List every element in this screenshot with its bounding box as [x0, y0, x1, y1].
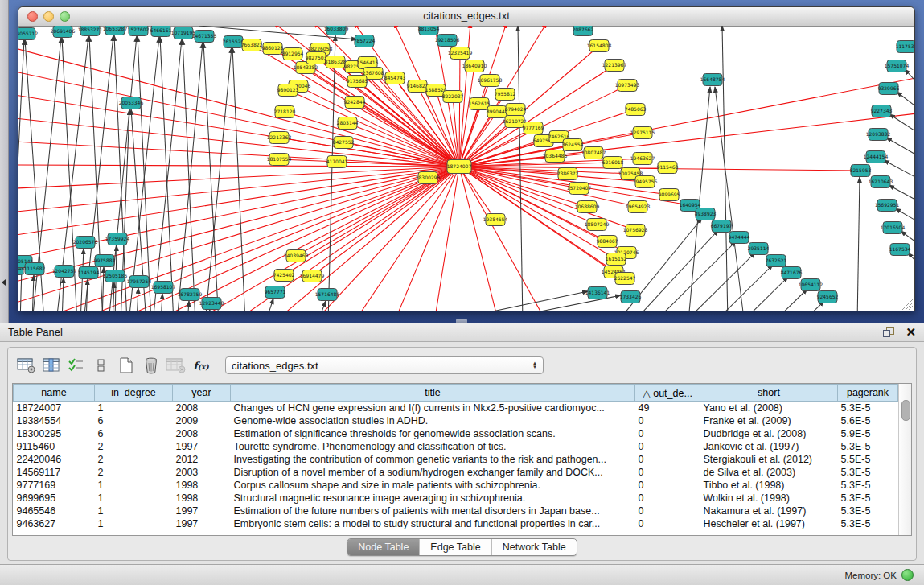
cell-year: 1998: [173, 479, 231, 492]
cell-out_degree: 0: [635, 440, 700, 453]
table-row[interactable]: 1872400712008Changes of HCN gene express…: [14, 402, 898, 415]
row-selection-icon[interactable]: [66, 355, 87, 376]
delete-column-icon: [166, 355, 187, 376]
network-window: citations_edges.txt: [18, 6, 915, 311]
window-minimize-button[interactable]: [43, 11, 54, 22]
table-scrollbar-thumb[interactable]: [901, 400, 910, 421]
cell-out_degree: 0: [635, 414, 700, 427]
cell-short: Tibbo et al. (1998): [700, 479, 838, 492]
cell-year: 1997: [173, 440, 231, 453]
cell-short: Stergiakouli et al. (2012): [700, 453, 838, 466]
control-panel-edge: [0, 0, 9, 323]
tab-node-table[interactable]: Node Table: [347, 539, 420, 555]
column-visibility-icon[interactable]: [41, 355, 62, 376]
cell-title: Disruption of a novel member of a sodium…: [231, 466, 635, 479]
memory-ok-indicator[interactable]: [901, 569, 914, 581]
table-scrollbar[interactable]: [898, 384, 911, 535]
cell-in_degree: 2: [95, 453, 173, 466]
table-panel: Table Panel ✕: [0, 323, 924, 564]
close-panel-icon[interactable]: ✕: [906, 327, 916, 338]
traffic-lights: [27, 11, 70, 22]
cell-out_degree: 0: [635, 505, 700, 517]
table-panel-title: Table Panel: [8, 326, 63, 338]
cell-name: 9115460: [14, 440, 95, 453]
cell-in_degree: 1: [95, 517, 173, 530]
float-panel-icon[interactable]: [883, 327, 894, 337]
cell-name: 14569117: [14, 466, 95, 479]
function-builder-icon[interactable]: f(x): [191, 355, 211, 376]
table-tabs: Node TableEdge TableNetwork Table: [8, 538, 916, 556]
cell-title: Structural magnetic resonance image aver…: [231, 492, 635, 505]
cell-short: Wolkin et al. (1998): [700, 492, 838, 505]
cell-pagerank: 5.3E-5: [838, 479, 898, 492]
cell-in_degree: 6: [95, 414, 173, 427]
cell-year: 2012: [173, 453, 231, 466]
cell-name: 9465546: [14, 505, 95, 517]
cell-pagerank: 5.3E-5: [838, 440, 898, 453]
cell-short: Yano et al. (2008): [700, 402, 838, 415]
cell-title: Embryonic stem cells: a model to study s…: [231, 517, 635, 530]
table-row[interactable]: 1456911722003Disruption of a novel membe…: [14, 466, 898, 479]
column-header-pagerank[interactable]: pagerank: [838, 385, 898, 402]
table-row[interactable]: 977716911998Corpus callosum shape and si…: [14, 479, 898, 492]
cell-out_degree: 0: [635, 479, 700, 492]
cell-year: 2008: [173, 427, 231, 440]
cell-name: 9699695: [14, 492, 95, 505]
network-window-titlebar[interactable]: citations_edges.txt: [18, 7, 914, 27]
node-table: namein_degreeyeartitle△ out_de...shortpa…: [12, 383, 912, 536]
cell-title: Changes of HCN gene expression and I(f) …: [231, 402, 635, 415]
cell-pagerank: 5.3E-5: [838, 517, 898, 530]
cell-short: Hescheler et al. (1997): [700, 517, 838, 530]
table-row[interactable]: 1830029562008Estimation of significance …: [14, 427, 898, 440]
tab-network-table[interactable]: Network Table: [492, 539, 577, 555]
column-header-out_degree[interactable]: △ out_de...: [635, 385, 700, 402]
column-header-year[interactable]: year: [173, 385, 231, 402]
cell-out_degree: 49: [635, 402, 700, 415]
rows-icon[interactable]: [91, 355, 112, 376]
cell-short: Dudbridge et al. (2008): [700, 427, 838, 440]
network-view-region: citations_edges.txt 18724007140557122069…: [0, 0, 924, 323]
cell-in_degree: 1: [95, 505, 173, 517]
column-header-title[interactable]: title: [231, 385, 635, 402]
cell-year: 1997: [173, 517, 231, 530]
panel-collapse-arrow-icon[interactable]: [2, 279, 6, 286]
table-row[interactable]: 2242004622012Investigating the contribut…: [14, 453, 898, 466]
status-bar: Memory: OK: [0, 564, 924, 585]
cell-out_degree: 0: [635, 453, 700, 466]
cell-pagerank: 5.5E-5: [838, 453, 898, 466]
cell-title: Estimation of significance thresholds fo…: [231, 427, 635, 440]
column-header-name[interactable]: name: [14, 385, 95, 402]
table-panel-inner: f(x) citations_edges.txt ▲▼ namein_degre…: [7, 347, 917, 561]
cell-name: 9777169: [14, 479, 95, 492]
table-row[interactable]: 969969511998Structural magnetic resonanc…: [14, 492, 898, 505]
cell-out_degree: 0: [635, 517, 700, 530]
window-close-button[interactable]: [27, 11, 38, 22]
table-settings-icon[interactable]: [16, 355, 37, 376]
cell-short: Franke et al. (2009): [700, 414, 838, 427]
column-header-in_degree[interactable]: in_degree: [95, 385, 173, 402]
cell-out_degree: 0: [635, 466, 700, 479]
cell-out_degree: 0: [635, 492, 700, 505]
table-panel-body: f(x) citations_edges.txt ▲▼ namein_degre…: [0, 342, 924, 563]
cell-year: 2008: [173, 402, 231, 415]
window-zoom-button[interactable]: [60, 11, 70, 22]
cell-pagerank: 5.3E-5: [838, 492, 898, 505]
delete-icon[interactable]: [141, 355, 162, 376]
split-pane-handle[interactable]: [456, 319, 467, 323]
tab-edge-table[interactable]: Edge Table: [420, 539, 491, 555]
cell-pagerank: 5.3E-5: [838, 402, 898, 415]
table-toolbar: f(x) citations_edges.txt ▲▼: [8, 348, 916, 380]
table-panel-header: Table Panel ✕: [0, 323, 924, 342]
cell-year: 2003: [173, 466, 231, 479]
cell-name: 22420046: [14, 453, 95, 466]
cell-in_degree: 2: [95, 440, 173, 453]
table-row[interactable]: 911546021997Tourette syndrome. Phenomeno…: [14, 440, 898, 453]
table-row[interactable]: 946362711997Embryonic stem cells: a mode…: [14, 517, 898, 530]
column-header-short[interactable]: short: [700, 385, 838, 402]
table-select-dropdown[interactable]: citations_edges.txt ▲▼: [225, 356, 544, 374]
cell-name: 19384554: [14, 414, 95, 427]
table-row[interactable]: 1938455462009Genome-wide association stu…: [14, 414, 898, 427]
new-table-icon[interactable]: [116, 355, 137, 376]
table-row[interactable]: 946554611997Estimation of the future num…: [14, 505, 898, 517]
cell-short: de Silva et al. (2003): [700, 466, 838, 479]
